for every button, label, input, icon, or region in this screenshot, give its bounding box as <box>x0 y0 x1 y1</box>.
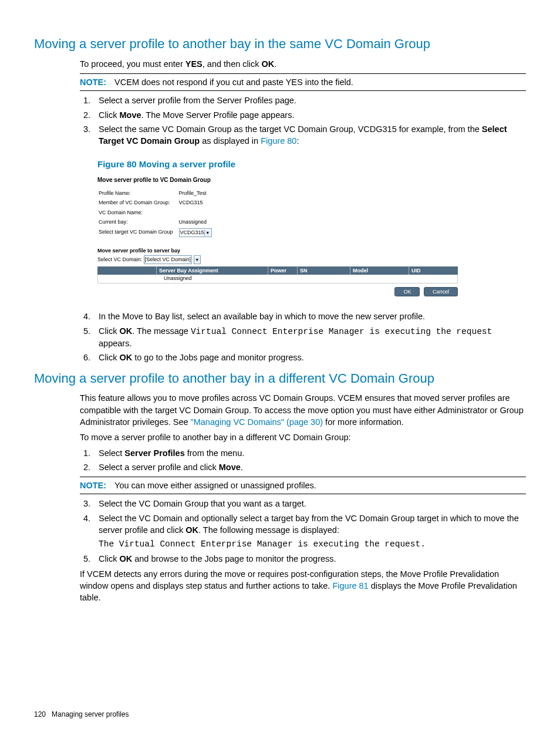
text: to go to the Jobs page and monitor progr… <box>132 353 304 362</box>
text-move: Move <box>219 463 241 472</box>
value <box>179 208 217 217</box>
cancel-button[interactable]: Cancel <box>424 287 458 297</box>
label: VC Domain Name: <box>99 208 178 217</box>
text: Select a server profile and click <box>99 463 219 472</box>
step-item: Select the VC Domain and optionally sele… <box>93 512 526 551</box>
grid-header: Server Bay Assignment Power SN Model UID <box>97 266 458 275</box>
step-item: Select a server profile from the Server … <box>93 94 526 106</box>
text: . <box>241 463 243 472</box>
step-item: Select the VC Domain Group that you want… <box>93 498 526 509</box>
steps-list: Select a server profile from the Server … <box>80 94 526 147</box>
chevron-down-icon: ▼ <box>204 230 211 236</box>
text: . The Move Server Profile page appears. <box>141 110 295 120</box>
col-header: Server Bay Assignment <box>156 266 268 275</box>
label: Current bay: <box>99 218 178 227</box>
chevron-down-icon: ▼ <box>194 257 200 263</box>
step-item: Select the same VC Domain Group as the t… <box>93 123 526 147</box>
text-ok: OK <box>119 554 132 563</box>
note-text: VCEM does not respond if you cut and pas… <box>114 77 353 87</box>
text: Select <box>99 448 124 458</box>
value: Profile_Test <box>179 189 217 198</box>
figure-link-80[interactable]: Figure 80 <box>261 136 296 146</box>
text: for more information. <box>323 417 404 427</box>
page-number: 120 <box>34 710 46 718</box>
text: : <box>296 136 299 146</box>
note-label: NOTE: <box>80 481 106 490</box>
divider <box>80 494 526 494</box>
footer-section-name: Managing server profiles <box>52 710 129 718</box>
figure-80-screenshot: Move server profile to VC Domain Group P… <box>97 176 458 297</box>
steps-list: Select Server Profiles from the menu. Se… <box>80 447 526 474</box>
properties-table: Profile Name:Profile_Test Member of VC D… <box>97 188 218 239</box>
text: , and then click <box>203 59 262 69</box>
section-heading-same-group: Moving a server profile to another bay i… <box>34 35 526 53</box>
step-item: In the Move to Bay list, select an avail… <box>93 310 526 322</box>
text: Select the same VC Domain Group as the t… <box>99 124 482 134</box>
divider <box>80 477 526 477</box>
intro-paragraph: To proceed, you must enter YES, and then… <box>80 58 526 70</box>
col-header: Model <box>350 266 409 275</box>
step-item: Click OK to go to the Jobs page and moni… <box>93 352 526 363</box>
cross-ref-link[interactable]: "Managing VC Domains" (page 30) <box>191 417 323 427</box>
panel-title: Move server profile to VC Domain Group <box>97 176 458 184</box>
ok-button[interactable]: OK <box>394 287 420 297</box>
text: To proceed, you must enter <box>80 59 185 69</box>
section-heading-diff-group: Moving a server profile to another bay i… <box>34 370 526 388</box>
steps-list-cont: In the Move to Bay list, select an avail… <box>80 310 526 363</box>
text-ok: OK <box>262 59 275 69</box>
step-item: Select a server profile and click Move. <box>93 461 526 473</box>
text-move: Move <box>119 110 141 120</box>
vc-domain-select-arrow[interactable]: ▼ <box>194 255 201 264</box>
paragraph: If VCEM detects any errors during the mo… <box>80 568 526 604</box>
cell: Unassigned <box>161 275 278 282</box>
page-footer: 120Managing server profiles <box>34 710 526 720</box>
note-label: NOTE: <box>80 77 106 87</box>
col-header: SN <box>297 266 350 275</box>
text: . The following message is displayed: <box>198 525 339 535</box>
text-ok: OK <box>119 353 132 362</box>
text-yes: YES <box>185 59 203 69</box>
step-item: Click OK. The message Virtual Connect En… <box>93 325 526 350</box>
label: Select VC Domain: <box>97 256 142 262</box>
text: . The message <box>132 326 191 336</box>
text: and browse to the Jobs page to monitor t… <box>132 554 336 563</box>
figure-caption: Figure 80 Moving a server profile <box>97 158 526 170</box>
divider <box>80 90 526 91</box>
grid-row: Unassigned <box>97 275 458 283</box>
select-value: VCDG315 <box>180 229 204 235</box>
paragraph: This feature allows you to move profiles… <box>80 392 526 428</box>
step-item: Select Server Profiles from the menu. <box>93 447 526 459</box>
text: as displayed in <box>200 136 261 146</box>
label: Member of VC Domain Group: <box>99 198 178 207</box>
text: appears. <box>99 339 131 348</box>
target-group-select[interactable]: VCDG315▼ <box>179 228 212 237</box>
paragraph: To move a server profile to another bay … <box>80 431 526 443</box>
steps-list-cont: Select the VC Domain Group that you want… <box>80 498 526 564</box>
figure-link-81[interactable]: Figure 81 <box>332 581 368 590</box>
text: Click <box>99 326 119 336</box>
label: Profile Name: <box>99 189 178 198</box>
step-item: Click OK and browse to the Jobs page to … <box>93 553 526 565</box>
text: Click <box>99 554 119 563</box>
select-vc-domain-row: Select VC Domain: [Select VC Domain] ▼ <box>97 255 458 264</box>
label: Select target VC Domain Group <box>99 228 178 238</box>
text: Click <box>99 110 119 120</box>
text-server-profiles: Server Profiles <box>124 448 184 458</box>
step-item: Click Move. The Move Server Profile page… <box>93 109 526 121</box>
vc-domain-select[interactable]: [Select VC Domain] <box>144 255 193 264</box>
text-ok: OK <box>119 326 132 336</box>
text-ok: OK <box>185 525 198 535</box>
note-text: You can move either assigned or unassign… <box>114 481 316 490</box>
subsection-title: Move server profile to server bay <box>97 247 458 255</box>
value: Unassigned <box>179 218 217 227</box>
note-block: NOTE:You can move either assigned or una… <box>80 480 526 491</box>
message-text: Virtual Connect Enterprise Manager is ex… <box>191 327 492 336</box>
text: . <box>274 59 276 69</box>
value: VCDG315 <box>179 198 217 207</box>
select-value: [Select VC Domain] <box>145 256 191 262</box>
note-block: NOTE:VCEM does not respond if you cut an… <box>80 76 526 88</box>
col-header: UID <box>409 266 458 275</box>
text: from the menu. <box>185 448 245 458</box>
divider <box>80 73 526 74</box>
text: Click <box>99 353 119 362</box>
